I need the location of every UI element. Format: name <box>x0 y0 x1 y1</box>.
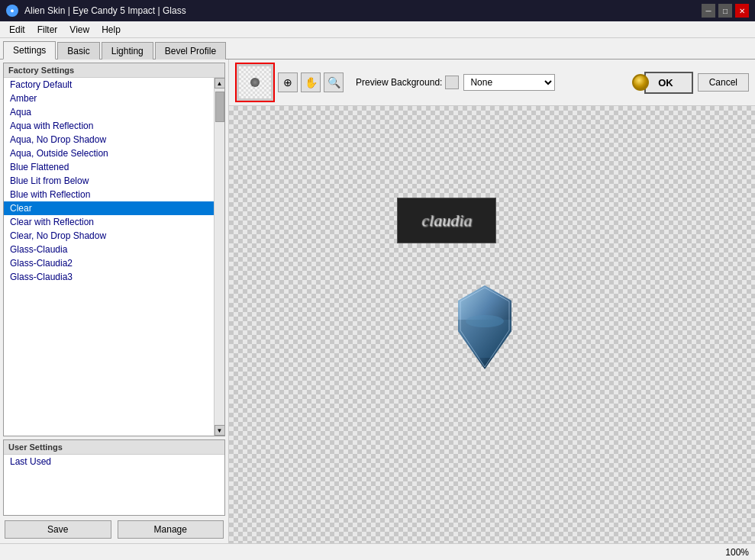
menu-filter[interactable]: Filter <box>31 23 64 37</box>
bg-color-swatch[interactable] <box>445 76 459 89</box>
preview-area: ⊕ ✋ 🔍 Preview Background: None White Bla… <box>229 60 755 543</box>
tabs-bar: Settings Basic Lighting Bevel Profile <box>0 38 755 60</box>
tab-basic[interactable]: Basic <box>57 42 99 60</box>
canvas-area: claudia <box>229 106 755 543</box>
ok-gem-icon <box>632 74 649 91</box>
claudia-image-preview: claudia <box>397 198 496 243</box>
menu-view[interactable]: View <box>63 23 95 37</box>
shield-preview <box>450 282 519 373</box>
maximize-button[interactable]: □ <box>718 4 732 18</box>
setting-last-used[interactable]: Last Used <box>4 455 224 468</box>
factory-settings-header: Factory Settings <box>4 63 224 78</box>
factory-settings-list: Factory Default Amber Aqua Aqua with Ref… <box>4 78 214 436</box>
user-settings-section: User Settings Last Used <box>3 439 225 516</box>
setting-aqua-reflection[interactable]: Aqua with Reflection <box>4 119 214 133</box>
save-button[interactable]: Save <box>5 520 111 539</box>
user-settings-header: User Settings <box>4 440 224 455</box>
setting-glass-claudia3[interactable]: Glass-Claudia3 <box>4 270 214 284</box>
setting-clear-no-shadow[interactable]: Clear, No Drop Shadow <box>4 229 214 243</box>
scroll-up-arrow[interactable]: ▲ <box>215 78 225 89</box>
setting-blue-flattened[interactable]: Blue Flattened <box>4 160 214 174</box>
window-controls: ─ □ ✕ <box>702 4 749 18</box>
menu-bar: Edit Filter View Help <box>0 21 755 38</box>
zoom-level: 100% <box>725 547 749 558</box>
setting-factory-default[interactable]: Factory Default <box>4 78 214 92</box>
tab-lighting[interactable]: Lighting <box>102 42 153 60</box>
bottom-buttons: Save Manage <box>3 519 225 540</box>
setting-amber[interactable]: Amber <box>4 92 214 105</box>
setting-clear[interactable]: Clear <box>4 201 214 215</box>
menu-edit[interactable]: Edit <box>3 23 31 37</box>
settings-scrollbar[interactable]: ▲ ▼ <box>214 78 224 436</box>
close-button[interactable]: ✕ <box>735 4 749 18</box>
cancel-button[interactable]: Cancel <box>698 73 749 92</box>
window-title: Alien Skin | Eye Candy 5 Impact | Glass <box>24 5 186 16</box>
scroll-thumb[interactable] <box>215 92 224 122</box>
tab-bevel-profile[interactable]: Bevel Profile <box>155 42 226 60</box>
factory-settings-section: Factory Settings Factory Default Amber A… <box>3 63 225 436</box>
move-icon: ⊕ <box>283 76 292 89</box>
setting-aqua-outside[interactable]: Aqua, Outside Selection <box>4 146 214 160</box>
tab-settings[interactable]: Settings <box>3 41 56 60</box>
setting-blue-reflection[interactable]: Blue with Reflection <box>4 188 214 201</box>
hand-icon: ✋ <box>305 76 318 89</box>
user-settings-list: Last Used <box>4 455 224 468</box>
move-tool-button[interactable]: ⊕ <box>278 72 298 92</box>
preview-toolbar: ⊕ ✋ 🔍 Preview Background: None White Bla… <box>229 60 755 106</box>
minimize-button[interactable]: ─ <box>702 4 715 18</box>
manage-button[interactable]: Manage <box>118 520 224 539</box>
zoom-icon: 🔍 <box>327 76 340 89</box>
preview-bg-label: Preview Background: <box>356 77 442 88</box>
setting-glass-claudia[interactable]: Glass-Claudia <box>4 243 214 256</box>
setting-aqua[interactable]: Aqua <box>4 105 214 119</box>
setting-clear-reflection[interactable]: Clear with Reflection <box>4 215 214 229</box>
title-bar: ● Alien Skin | Eye Candy 5 Impact | Glas… <box>0 0 755 21</box>
left-panel: Factory Settings Factory Default Amber A… <box>0 60 229 543</box>
shield-svg <box>450 282 519 373</box>
setting-aqua-no-shadow[interactable]: Aqua, No Drop Shadow <box>4 133 214 146</box>
app-icon: ● <box>6 5 18 17</box>
scroll-down-arrow[interactable]: ▼ <box>215 425 225 436</box>
setting-glass-claudia2[interactable]: Glass-Claudia2 <box>4 256 214 270</box>
preview-bg-select[interactable]: None White Black Custom <box>463 74 555 91</box>
main-content: Factory Settings Factory Default Amber A… <box>0 60 755 543</box>
hand-tool-button[interactable]: ✋ <box>301 72 321 92</box>
zoom-tool-button[interactable]: 🔍 <box>324 72 344 92</box>
thumbnail-box <box>235 63 275 102</box>
status-bar: 100% <box>0 543 755 560</box>
ok-button[interactable]: OK <box>644 72 693 94</box>
setting-blue-lit-below[interactable]: Blue Lit from Below <box>4 174 214 188</box>
claudia-label: claudia <box>421 211 472 230</box>
menu-help[interactable]: Help <box>95 23 127 37</box>
